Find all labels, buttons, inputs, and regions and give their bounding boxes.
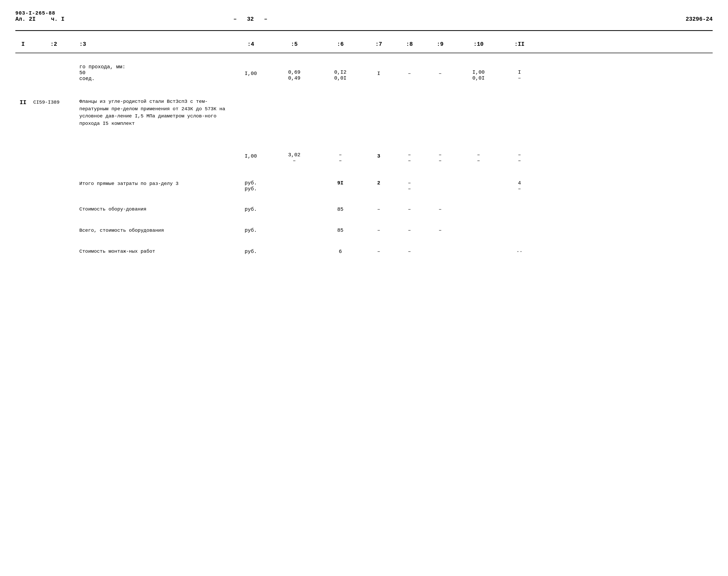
cost-col11 bbox=[502, 208, 537, 210]
m-col8: – bbox=[394, 248, 425, 256]
s2-col11-bot: – bbox=[518, 158, 521, 164]
m-col3: Стоимость монтаж-ных работ bbox=[77, 247, 230, 256]
col-header-6: :6 bbox=[317, 41, 363, 48]
m-col6: 6 bbox=[317, 248, 363, 256]
itogo-col2 bbox=[31, 179, 77, 181]
cost-col5 bbox=[271, 208, 317, 210]
montazh-row: Стоимость монтаж-ных работ руб. 6 – – ·· bbox=[16, 245, 712, 258]
col-header-3: :3 bbox=[77, 41, 230, 48]
s1-col5-top: 0,69 bbox=[288, 69, 301, 75]
tc-col7: – bbox=[363, 226, 394, 234]
itogo-col8-bot: – bbox=[408, 186, 411, 192]
m-label: Стоимость монтаж-ных работ bbox=[79, 248, 155, 255]
s1-col8: – bbox=[394, 63, 425, 78]
itogo-label: Итого прямые затраты по раз-делу 3 bbox=[79, 180, 178, 188]
column-headers: I :2 :3 :4 :5 :6 :7 :8 :9 :10 :II bbox=[16, 36, 712, 53]
s2-col1: II bbox=[16, 97, 31, 107]
s2-col6-top: – bbox=[339, 152, 342, 158]
cost-label: Стоимость обору-дования bbox=[79, 206, 146, 213]
col-header-7: :7 bbox=[363, 41, 394, 48]
s2-col2: CI59-I389 bbox=[31, 97, 77, 106]
cost-row: Стоимость обору-дования руб. 85 – – – bbox=[16, 203, 712, 216]
tc-col5 bbox=[271, 229, 317, 231]
col-header-1: I bbox=[16, 41, 31, 48]
s2-description: Фланцы из угле-родистой стали ВстЗспЗ с … bbox=[79, 98, 228, 127]
m-col2 bbox=[31, 251, 77, 253]
m-col1 bbox=[16, 251, 31, 253]
cost-col6: 85 bbox=[317, 205, 363, 213]
s1-col11-bot: – bbox=[518, 75, 521, 81]
itogo-col5 bbox=[271, 179, 317, 181]
doc-code: 903-I-265-88 bbox=[16, 10, 55, 16]
itogo-col4: руб. руб. bbox=[230, 179, 271, 193]
col-header-4: :4 bbox=[230, 41, 271, 48]
s2-col5-bot: – bbox=[293, 158, 296, 164]
col-header-9: :9 bbox=[425, 41, 455, 48]
s2-col8-bot: – bbox=[408, 158, 411, 164]
cost-col3: Стоимость обору-дования bbox=[77, 205, 230, 214]
part-label: ч. I bbox=[51, 16, 64, 23]
s2-col10: – – bbox=[455, 97, 502, 165]
content-area: го прохода, мм: 50 соед. I,00 0,69 0,49 … bbox=[16, 61, 712, 258]
tc-label: Всего, стоимость оборудования bbox=[79, 227, 164, 234]
s2-col4: I,00 bbox=[230, 97, 271, 160]
page-number: 32 bbox=[247, 16, 254, 23]
itogo-col4-top: руб. bbox=[245, 180, 257, 186]
tc-col9: – bbox=[425, 226, 455, 234]
s1-col2 bbox=[31, 63, 77, 65]
total-cost-row: Всего, стоимость оборудования руб. 85 – … bbox=[16, 224, 712, 237]
m-col9 bbox=[425, 251, 455, 253]
s1-col5-bot: 0,49 bbox=[288, 75, 301, 81]
s2-col8-top: – bbox=[408, 152, 411, 158]
s1-col3-num: 50 bbox=[79, 70, 85, 76]
itogo-col11-top: 4 bbox=[518, 180, 521, 186]
s1-col5: 0,69 0,49 bbox=[271, 63, 317, 82]
header-line1: 903-I-265-88 bbox=[16, 10, 712, 16]
tc-col10 bbox=[455, 229, 502, 231]
m-col11: ·· bbox=[502, 248, 537, 256]
s1-col10-top: I,00 bbox=[472, 69, 485, 75]
s2-col6-bot: – bbox=[339, 158, 342, 164]
s1-col10: I,00 0,0I bbox=[455, 63, 502, 82]
col-header-8: :8 bbox=[394, 41, 425, 48]
tc-col3: Всего, стоимость оборудования bbox=[77, 226, 230, 235]
m-col4: руб. bbox=[230, 248, 271, 256]
s2-col9-top: – bbox=[439, 152, 442, 158]
s1-col6-bot: 0,0I bbox=[334, 75, 346, 81]
s2-col6: – – bbox=[317, 97, 363, 165]
s2-col8: – – bbox=[394, 97, 425, 165]
itogo-col4-bot: руб. bbox=[245, 186, 257, 192]
s1-col6: 0,I2 0,0I bbox=[317, 63, 363, 82]
cost-col7: – bbox=[363, 205, 394, 213]
s1-col3-sub: соед. bbox=[79, 76, 95, 82]
itogo-col8: – – bbox=[394, 179, 425, 193]
cost-col2 bbox=[31, 208, 77, 210]
s2-col11-top: – bbox=[518, 152, 521, 158]
s2-col5: 3,02 – bbox=[271, 97, 317, 165]
s1-col9: – bbox=[425, 63, 455, 78]
itogo-col3: Итого прямые затраты по раз-делу 3 bbox=[77, 179, 230, 189]
tc-col6: 85 bbox=[317, 226, 363, 234]
tc-col8: – bbox=[394, 226, 425, 234]
itogo-col9 bbox=[425, 179, 455, 181]
s1-col1 bbox=[16, 63, 31, 65]
s1-col7: I bbox=[363, 63, 394, 78]
s2-col10-bot: – bbox=[477, 158, 480, 164]
itogo-col1 bbox=[16, 179, 31, 181]
s2-col10-top: – bbox=[477, 152, 480, 158]
cost-col8: – bbox=[394, 205, 425, 213]
s1-col10-bot: 0,0I bbox=[472, 75, 485, 81]
itogo-col11: 4 – bbox=[502, 179, 537, 193]
doc-number: 23296-24 bbox=[685, 16, 712, 23]
section2-row: II CI59-I389 Фланцы из угле-родистой ста… bbox=[16, 95, 712, 167]
s2-col3: Фланцы из угле-родистой стали ВстЗспЗ с … bbox=[77, 97, 230, 128]
s1-col6-top: 0,I2 bbox=[334, 69, 346, 75]
s2-col9-bot: – bbox=[439, 158, 442, 164]
header-block: 903-I-265-88 Ал. 2I ч. I – 32 – 23296-24 bbox=[16, 10, 712, 23]
header-center: – 32 – bbox=[233, 16, 268, 23]
s1-col3: го прохода, мм: 50 соед. bbox=[77, 63, 230, 83]
m-col5 bbox=[271, 251, 317, 253]
s1-col3-text: го прохода, мм: bbox=[79, 64, 125, 70]
s1-col11-top: I bbox=[518, 69, 521, 75]
tc-col11 bbox=[502, 229, 537, 231]
